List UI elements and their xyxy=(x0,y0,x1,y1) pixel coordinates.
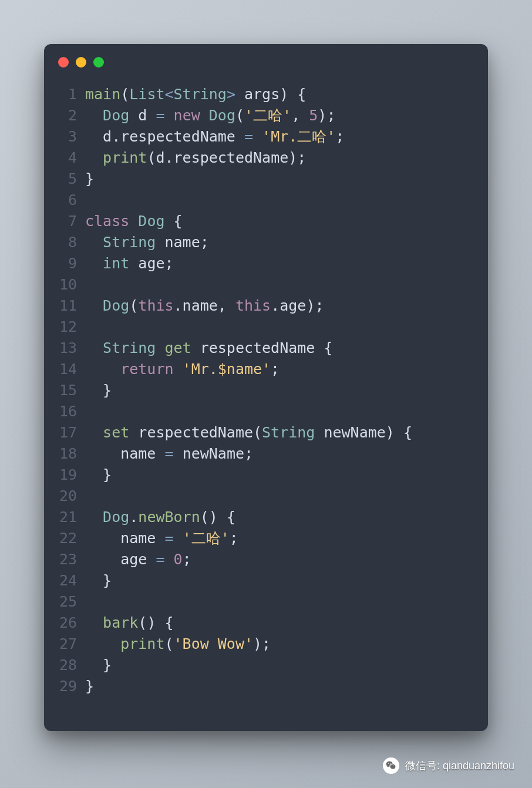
line-content xyxy=(85,591,94,612)
code-line: 19 } xyxy=(44,464,488,486)
line-number: 7 xyxy=(44,211,85,232)
watermark-text: 微信号: qianduanzhifou xyxy=(405,759,514,773)
code-line: 21 Dog.newBorn() { xyxy=(44,507,488,528)
line-number: 5 xyxy=(44,169,85,190)
line-number: 6 xyxy=(44,190,85,211)
wechat-icon xyxy=(383,757,399,774)
line-content: age = 0; xyxy=(85,549,191,570)
line-number: 8 xyxy=(44,232,85,253)
code-line: 10 xyxy=(44,274,488,295)
line-content: String get respectedName { xyxy=(85,338,333,359)
line-number: 2 xyxy=(44,105,85,126)
code-line: 7class Dog { xyxy=(44,211,488,232)
line-content: String name; xyxy=(85,232,209,253)
line-content: } xyxy=(85,655,112,676)
line-number: 11 xyxy=(44,295,85,316)
line-content: Dog(this.name, this.age); xyxy=(85,295,324,316)
code-line: 6 xyxy=(44,190,488,211)
code-line: 8 String name; xyxy=(44,232,488,253)
line-content: Dog d = new Dog('二哈', 5); xyxy=(85,105,335,126)
line-number: 23 xyxy=(44,549,85,570)
close-icon[interactable] xyxy=(58,57,69,68)
line-number: 22 xyxy=(44,528,85,549)
line-number: 25 xyxy=(44,591,85,612)
line-content: int age; xyxy=(85,253,174,274)
code-line: 5} xyxy=(44,169,488,190)
line-content: name = newName; xyxy=(85,443,253,464)
line-content: bark() { xyxy=(85,612,174,634)
minimize-icon[interactable] xyxy=(76,57,86,68)
code-line: 1main(List<String> args) { xyxy=(44,84,488,105)
line-content: } xyxy=(85,380,112,401)
line-number: 29 xyxy=(44,676,85,697)
line-number: 9 xyxy=(44,253,85,274)
line-content: } xyxy=(85,570,112,591)
line-number: 26 xyxy=(44,612,85,634)
code-line: 16 xyxy=(44,401,488,422)
line-number: 4 xyxy=(44,147,85,169)
line-number: 16 xyxy=(44,401,85,422)
code-editor: 1main(List<String> args) {2 Dog d = new … xyxy=(44,68,488,697)
code-line: 28 } xyxy=(44,655,488,676)
code-line: 27 print('Bow Wow'); xyxy=(44,634,488,655)
code-line: 9 int age; xyxy=(44,253,488,274)
code-line: 17 set respectedName(String newName) { xyxy=(44,422,488,443)
line-content: } xyxy=(85,676,94,697)
line-content: set respectedName(String newName) { xyxy=(85,422,412,443)
line-number: 27 xyxy=(44,634,85,655)
code-line: 22 name = '二哈'; xyxy=(44,528,488,549)
line-content: main(List<String> args) { xyxy=(85,84,306,105)
code-line: 14 return 'Mr.$name'; xyxy=(44,359,488,380)
line-number: 24 xyxy=(44,570,85,591)
line-content xyxy=(85,401,94,422)
code-line: 15 } xyxy=(44,380,488,401)
line-number: 1 xyxy=(44,84,85,105)
line-content: print(d.respectedName); xyxy=(85,147,306,169)
line-content xyxy=(85,486,94,507)
line-content: class Dog { xyxy=(85,211,183,232)
code-line: 3 d.respectedName = 'Mr.二哈'; xyxy=(44,126,488,147)
line-content: } xyxy=(85,464,112,486)
code-window: 1main(List<String> args) {2 Dog d = new … xyxy=(44,44,488,731)
code-line: 29} xyxy=(44,676,488,697)
code-line: 25 xyxy=(44,591,488,612)
line-content xyxy=(85,274,94,295)
line-number: 21 xyxy=(44,507,85,528)
line-content: name = '二哈'; xyxy=(85,528,238,549)
line-number: 20 xyxy=(44,486,85,507)
watermark: 微信号: qianduanzhifou xyxy=(383,757,514,774)
code-line: 26 bark() { xyxy=(44,612,488,634)
code-line: 18 name = newName; xyxy=(44,443,488,464)
code-line: 13 String get respectedName { xyxy=(44,338,488,359)
code-line: 11 Dog(this.name, this.age); xyxy=(44,295,488,316)
line-number: 17 xyxy=(44,422,85,443)
line-content: } xyxy=(85,169,94,190)
line-number: 13 xyxy=(44,338,85,359)
line-content xyxy=(85,316,94,338)
window-titlebar xyxy=(44,44,488,68)
code-line: 24 } xyxy=(44,570,488,591)
code-line: 12 xyxy=(44,316,488,338)
line-content: d.respectedName = 'Mr.二哈'; xyxy=(85,126,344,147)
line-number: 28 xyxy=(44,655,85,676)
line-number: 10 xyxy=(44,274,85,295)
line-number: 14 xyxy=(44,359,85,380)
line-content: print('Bow Wow'); xyxy=(85,634,271,655)
line-content: return 'Mr.$name'; xyxy=(85,359,280,380)
maximize-icon[interactable] xyxy=(93,57,104,68)
code-line: 20 xyxy=(44,486,488,507)
line-number: 19 xyxy=(44,464,85,486)
line-content xyxy=(85,190,94,211)
line-number: 12 xyxy=(44,316,85,338)
code-line: 2 Dog d = new Dog('二哈', 5); xyxy=(44,105,488,126)
line-number: 15 xyxy=(44,380,85,401)
code-line: 23 age = 0; xyxy=(44,549,488,570)
line-content: Dog.newBorn() { xyxy=(85,507,235,528)
line-number: 3 xyxy=(44,126,85,147)
code-line: 4 print(d.respectedName); xyxy=(44,147,488,169)
line-number: 18 xyxy=(44,443,85,464)
